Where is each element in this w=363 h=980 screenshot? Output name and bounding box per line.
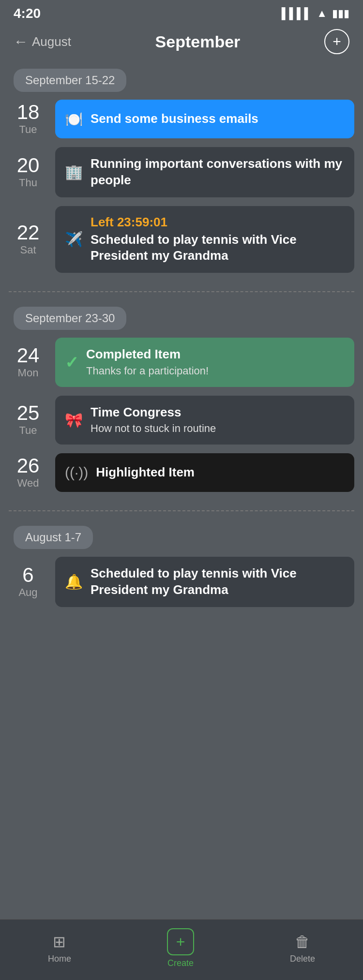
date-number: 18 — [9, 102, 47, 122]
event-subtitle: How not to stuck in routine — [91, 421, 345, 436]
date-number: 22 — [9, 223, 47, 243]
event-card[interactable]: ((·)) Highlighted Item — [55, 453, 354, 492]
home-label: Home — [48, 954, 71, 964]
nav-home[interactable]: ⊞ Home — [48, 933, 71, 964]
event-title: Send some business emails — [91, 111, 345, 127]
event-title: Scheduled to play tennis with Vice Presi… — [91, 565, 345, 598]
create-button[interactable]: + — [167, 928, 194, 955]
event-card[interactable]: 🔔 Scheduled to play tennis with Vice Pre… — [55, 557, 354, 607]
event-subtitle: Thanks for a participation! — [86, 364, 345, 378]
date-col: 18 Tue — [9, 102, 47, 136]
bowtie-icon: 🎀 — [65, 412, 83, 429]
list-item[interactable]: 6 Aug 🔔 Scheduled to play tennis with Vi… — [9, 557, 354, 607]
date-day: Mon — [9, 367, 47, 379]
radio-icon: ((·)) — [65, 464, 88, 481]
add-event-button[interactable]: + — [324, 29, 349, 54]
nav-create[interactable]: + Create — [167, 928, 194, 968]
list-item[interactable]: 24 Mon ✓ Completed Item Thanks for a par… — [9, 338, 354, 386]
delete-label: Delete — [290, 954, 315, 964]
utensils-icon: 🍽️ — [65, 111, 83, 128]
section-divider — [9, 291, 354, 292]
create-icon: + — [176, 933, 185, 951]
event-title: Scheduled to play tennis with Vice Presi… — [91, 232, 345, 265]
status-bar: 4:20 ▌▌▌▌ ▲ ▮▮▮ — [0, 0, 363, 24]
date-number: 6 — [9, 565, 47, 585]
event-card[interactable]: 🏢 Running important conversations with m… — [55, 147, 354, 197]
event-card[interactable]: ✈️ Left 23:59:01 Scheduled to play tenni… — [55, 206, 354, 273]
section-label-1: September 15-22 — [14, 69, 126, 92]
airplane-icon: ✈️ — [65, 231, 83, 248]
date-day: Thu — [9, 177, 47, 189]
section-label-3: August 1-7 — [14, 526, 93, 549]
date-col: 6 Aug — [9, 565, 47, 599]
list-item[interactable]: 20 Thu 🏢 Running important conversations… — [9, 147, 354, 197]
section-sep-23-30: September 23-30 24 Mon ✓ Completed Item … — [0, 302, 363, 505]
create-label: Create — [167, 958, 194, 968]
date-col: 20 Thu — [9, 155, 47, 189]
main-content: September 15-22 18 Tue 🍽️ Send some busi… — [0, 64, 363, 679]
status-time: 4:20 — [14, 6, 41, 21]
date-col: 24 Mon — [9, 345, 47, 379]
section-aug-1-7: August 1-7 6 Aug 🔔 Scheduled to play ten… — [0, 521, 363, 621]
header: ← August September + — [0, 24, 363, 64]
event-title: Time Congress — [91, 404, 345, 421]
date-col: 22 Sat — [9, 223, 47, 256]
date-number: 24 — [9, 345, 47, 366]
plus-icon: + — [333, 34, 341, 49]
date-number: 20 — [9, 155, 47, 176]
back-navigation[interactable]: ← August — [14, 33, 71, 50]
event-card[interactable]: 🎀 Time Congress How not to stuck in rout… — [55, 396, 354, 445]
current-month-title: September — [155, 32, 241, 51]
date-day: Sat — [9, 244, 47, 256]
section-sep-15-22: September 15-22 18 Tue 🍽️ Send some busi… — [0, 64, 363, 286]
event-card[interactable]: ✓ Completed Item Thanks for a participat… — [55, 338, 354, 386]
previous-month-label: August — [32, 34, 71, 49]
section-label-2: September 23-30 — [14, 307, 126, 330]
event-title: Running important conversations with my … — [91, 156, 345, 189]
back-arrow-icon: ← — [14, 33, 28, 50]
battery-icon: ▮▮▮ — [332, 7, 349, 20]
list-item[interactable]: 22 Sat ✈️ Left 23:59:01 Scheduled to pla… — [9, 206, 354, 273]
event-title: Highlighted Item — [96, 464, 345, 481]
wifi-icon: ▲ — [317, 7, 327, 20]
bell-icon: 🔔 — [65, 573, 83, 590]
home-icon: ⊞ — [53, 933, 66, 951]
list-item[interactable]: 25 Tue 🎀 Time Congress How not to stuck … — [9, 396, 354, 445]
date-col: 25 Tue — [9, 403, 47, 437]
date-day: Wed — [9, 477, 47, 490]
event-title: Completed Item — [86, 346, 345, 363]
date-day: Tue — [9, 123, 47, 136]
signal-icon: ▌▌▌▌ — [282, 7, 312, 20]
building-icon: 🏢 — [65, 163, 83, 180]
check-icon: ✓ — [65, 353, 78, 372]
section-divider-2 — [9, 510, 354, 511]
date-day: Aug — [9, 586, 47, 599]
status-icons: ▌▌▌▌ ▲ ▮▮▮ — [282, 7, 349, 20]
delete-icon: 🗑 — [295, 933, 310, 951]
list-item[interactable]: 18 Tue 🍽️ Send some business emails — [9, 100, 354, 138]
date-number: 26 — [9, 456, 47, 476]
date-day: Tue — [9, 424, 47, 437]
list-item[interactable]: 26 Wed ((·)) Highlighted Item — [9, 453, 354, 492]
date-number: 25 — [9, 403, 47, 423]
event-card[interactable]: 🍽️ Send some business emails — [55, 100, 354, 138]
bottom-navigation: ⊞ Home + Create 🗑 Delete — [0, 919, 363, 980]
event-countdown: Left 23:59:01 — [91, 215, 345, 230]
date-col: 26 Wed — [9, 456, 47, 490]
nav-delete[interactable]: 🗑 Delete — [290, 933, 315, 964]
